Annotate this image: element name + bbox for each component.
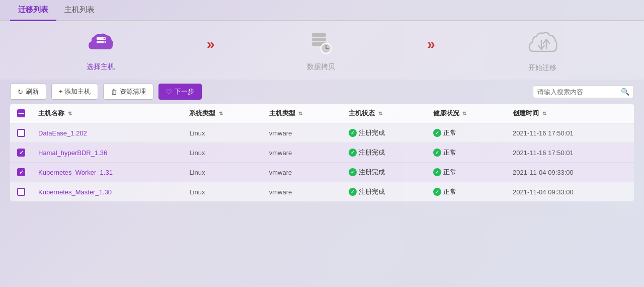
table-header-row: 主机名称 ⇅ 系统类型 ⇅ 主机类型 ⇅ 主机状态 ⇅ (10, 104, 634, 123)
search-box: 🔍 (533, 85, 634, 98)
th-system-type: 系统类型 ⇅ (183, 104, 263, 123)
health-status-text: 正常 (443, 168, 456, 177)
th-host-type: 主机类型 ⇅ (263, 104, 343, 123)
host-name-link-0[interactable]: DataEase_1.202 (38, 129, 87, 137)
step-select-host-label: 选择主机 (87, 62, 115, 71)
host-status-badge: 注册完成 (349, 128, 385, 137)
row-checkbox-2[interactable] (17, 168, 25, 176)
host-name-link-3[interactable]: Kubernetes_Master_1.30 (38, 188, 112, 196)
cloud-upload-icon (527, 30, 557, 60)
host-status-badge: 注册完成 (349, 168, 385, 177)
row-checkbox-3[interactable] (17, 188, 25, 196)
th-health-status: 健康状况 ⇅ (427, 104, 507, 123)
th-checkbox (10, 104, 32, 123)
sort-arrow-create-time: ⇅ (542, 111, 546, 116)
svg-point-3 (103, 41, 104, 42)
table-row: DataEase_1.202Linuxvmware注册完成正常2021-11-1… (10, 123, 634, 143)
host-status-text: 注册完成 (359, 187, 385, 196)
row-checkbox-0[interactable] (17, 129, 25, 137)
host-name-link-2[interactable]: Kubernetes_Worker_1.31 (38, 169, 113, 176)
table-row: Hamal_hyperBDR_1.36Linuxvmware注册完成正常2021… (10, 143, 634, 163)
health-status-text: 正常 (443, 128, 456, 137)
row-checkbox-1[interactable] (17, 149, 25, 157)
host-type-cell-1: vmware (263, 143, 343, 163)
host-status-cell-0: 注册完成 (343, 123, 427, 143)
add-host-button[interactable]: + 添加主机 (51, 84, 98, 100)
th-create-time: 创建时间 ⇅ (507, 104, 634, 123)
tab-migration-list[interactable]: 迁移列表 (10, 0, 56, 21)
server-clock-icon (308, 31, 334, 59)
step-data-copy-label: 数据拷贝 (307, 62, 335, 71)
table-container: 主机名称 ⇅ 系统类型 ⇅ 主机类型 ⇅ 主机状态 ⇅ (0, 104, 644, 287)
select-all-checkbox[interactable] (17, 109, 25, 117)
create-time-cell-3: 2021-11-04 09:33:00 (507, 182, 634, 202)
host-status-text: 注册完成 (359, 148, 385, 157)
add-host-label: + 添加主机 (59, 87, 91, 96)
health-status-cell-1: 正常 (427, 143, 507, 163)
step-start-migration-label: 开始迁移 (528, 63, 556, 73)
toolbar: ↻ 刷新 + 添加主机 🗑 资源清理 ♡ 下一步 🔍 (0, 80, 644, 104)
host-type-cell-0: vmware (263, 123, 343, 143)
health-dot-icon (433, 129, 441, 137)
host-name-cell-3: Kubernetes_Master_1.30 (32, 182, 183, 202)
create-time-cell-2: 2021-11-04 09:33:00 (507, 163, 634, 182)
search-input[interactable] (537, 88, 618, 96)
status-dot-icon (349, 129, 357, 137)
health-status-badge: 正常 (433, 148, 456, 157)
host-name-cell-2: Kubernetes_Worker_1.31 (32, 163, 183, 182)
tab-host-list[interactable]: 主机列表 (56, 0, 103, 21)
heart-icon: ♡ (166, 88, 172, 96)
health-status-text: 正常 (443, 187, 456, 196)
step-select-host: 选择主机 (87, 31, 115, 71)
row-checkbox-cell-2 (10, 163, 32, 182)
step-arrow-1: » (207, 36, 215, 52)
tab-bar: 迁移列表 主机列表 (0, 0, 644, 21)
host-status-badge: 注册完成 (349, 148, 385, 157)
host-status-text: 注册完成 (359, 128, 385, 137)
refresh-button[interactable]: ↻ 刷新 (10, 84, 46, 100)
host-status-cell-1: 注册完成 (343, 143, 427, 163)
health-status-badge: 正常 (433, 128, 456, 137)
system-type-cell-0: Linux (183, 123, 263, 143)
row-checkbox-cell-1 (10, 143, 32, 163)
next-step-button[interactable]: ♡ 下一步 (158, 84, 202, 100)
search-icon: 🔍 (621, 88, 629, 96)
status-dot-icon (349, 168, 357, 176)
host-status-cell-2: 注册完成 (343, 163, 427, 182)
resource-cleanup-button[interactable]: 🗑 资源清理 (103, 84, 153, 100)
refresh-label: 刷新 (26, 87, 39, 96)
health-dot-icon (433, 168, 441, 176)
create-time-cell-0: 2021-11-16 17:50:01 (507, 123, 634, 143)
steps-area: 选择主机 » 数据拷贝 » (0, 21, 644, 80)
next-step-label: 下一步 (175, 87, 194, 96)
svg-rect-4 (312, 33, 326, 37)
resource-cleanup-label: 资源清理 (120, 87, 146, 96)
health-dot-icon (433, 149, 441, 157)
step-arrow-2: » (427, 36, 435, 52)
host-status-text: 注册完成 (359, 168, 385, 177)
svg-point-2 (103, 38, 104, 39)
health-status-text: 正常 (443, 148, 456, 157)
step-data-copy: 数据拷贝 (307, 31, 335, 71)
host-name-cell-1: Hamal_hyperBDR_1.36 (32, 143, 183, 163)
page-wrapper: 迁移列表 主机列表 选择主机 » (0, 0, 644, 287)
host-status-badge: 注册完成 (349, 187, 385, 196)
sort-arrow-host-type: ⇅ (298, 111, 302, 116)
health-status-badge: 正常 (433, 187, 456, 196)
refresh-icon: ↻ (18, 88, 23, 96)
health-status-cell-3: 正常 (427, 182, 507, 202)
host-name-cell-0: DataEase_1.202 (32, 123, 183, 143)
sort-arrow-host-status: ⇅ (378, 111, 382, 116)
host-name-link-1[interactable]: Hamal_hyperBDR_1.36 (38, 149, 107, 157)
system-type-cell-1: Linux (183, 143, 263, 163)
health-dot-icon (433, 188, 441, 196)
step-start-migration: 开始迁移 (527, 30, 557, 73)
status-dot-icon (349, 188, 357, 196)
host-status-cell-3: 注册完成 (343, 182, 427, 202)
host-type-cell-3: vmware (263, 182, 343, 202)
health-status-cell-2: 正常 (427, 163, 507, 182)
svg-rect-5 (312, 38, 326, 41)
row-checkbox-cell-3 (10, 182, 32, 202)
table-row: Kubernetes_Worker_1.31Linuxvmware注册完成正常2… (10, 163, 634, 182)
health-status-cell-0: 正常 (427, 123, 507, 143)
